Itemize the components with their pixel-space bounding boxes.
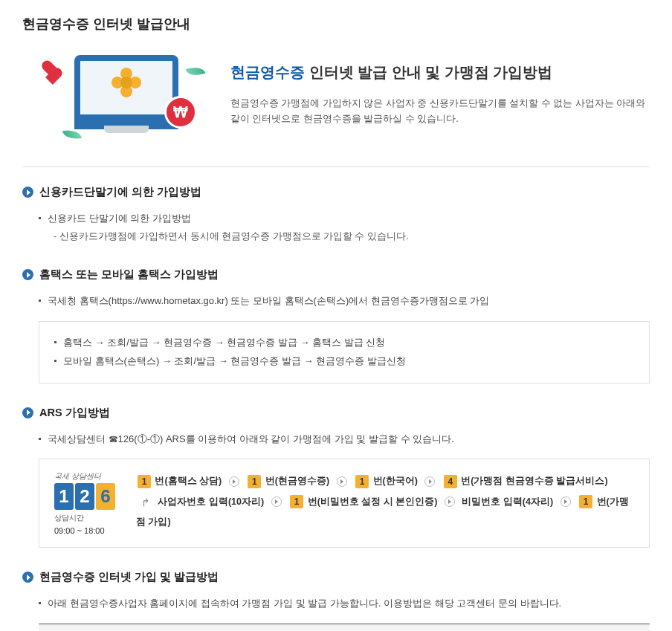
ars-digit: 2 [75,483,94,510]
step-arrow-icon [229,476,239,487]
step-arrow-icon [337,476,347,487]
section-heading: 신용카드단말기에 의한 가입방법 [22,185,650,199]
flower-icon [113,69,140,96]
page-title: 현금영수증 인터넷 발급안내 [22,15,650,33]
hero-illustration: ₩ [37,55,208,144]
section-heading: 현금영수증 인터넷 가입 및 발급방법 [22,570,650,584]
section-heading-text: 신용카드단말기에 의한 가입방법 [39,185,201,199]
section-heading-text: 현금영수증 인터넷 가입 및 발급방법 [39,570,219,584]
section-card-terminal: 신용카드단말기에 의한 가입방법 신용카드 단말기에 의한 가입방법 - 신용카… [22,185,650,245]
list-item: 아래 현금영수증사업자 홈페이지에 접속하여 가맹점 가입 및 발급 가능합니다… [39,595,650,613]
ars-brand-label: 국세 상담센터 [54,471,123,482]
step-text: 번(홈택스 상담) [155,476,222,486]
section-heading: ARS 가입방법 [22,406,650,420]
list-item: 신용카드 단말기에 의한 가입방법 - 신용카드가맹점에 가입하면서 동시에 현… [39,210,650,245]
monitor-icon [74,55,178,129]
step-text: 번(한국어) [373,476,418,486]
ars-hours: 09:00 ~ 18:00 [54,526,123,535]
ars-steps-flow: 1 번(홈택스 상담) 1 번(현금영수증) 1 번(한국어) 4 번(가맹점 … [136,471,634,533]
leaf-icon [62,128,82,141]
return-arrow-icon [139,496,152,507]
won-currency-icon: ₩ [164,96,197,129]
hero-title-emphasis: 현금영수증 [230,64,305,80]
ars-steps-box: 국세 상담센터 1 2 6 상담시간 09:00 ~ 18:00 1 번(홈택스… [39,459,650,548]
section-hometax: 홈택스 또는 모바일 홈택스 가입방법 국세청 홈택스(https://www.… [22,268,650,383]
step-arrow-icon [445,496,455,507]
heart-icon [46,61,65,79]
section-internet: 현금영수증 인터넷 가입 및 발급방법 아래 현금영수증사업자 홈페이지에 접속… [22,570,650,631]
hero-title-rest: 인터넷 발급 안내 및 가맹점 가입방법 [305,64,552,80]
section-heading: 홈택스 또는 모바일 홈택스 가입방법 [22,268,650,282]
providers-table: 상호 홈페이지 연락처 (주)토스페이먼츠taxadmin.tosspaymen… [39,624,650,631]
step-arrow-icon [424,476,435,487]
hero-description: 현금영수증 가맹점에 가입하지 않은 사업자 중 신용카드단말기를 설치할 수 … [230,96,650,128]
arrow-bullet-icon [22,572,33,583]
step-arrow-icon [271,496,282,507]
hero-title: 현금영수증 인터넷 발급 안내 및 가맹점 가입방법 [230,62,650,82]
section-ars: ARS 가입방법 국세상담센터 ☎126(①-①) ARS를 이용하여 아래와 … [22,406,650,549]
step-text: 번(현금영수증) [265,476,329,486]
leaf-icon [185,63,205,79]
step-text: 번(가맹점 현금영수증 발급서비스) [461,476,607,486]
step-text: 비밀번호 입력(4자리) [462,496,553,507]
step-number-badge: 1 [138,475,151,488]
table-header-name: 상호 [39,624,228,631]
list-item: 국세청 홈택스(https://www.hometax.go.kr) 또는 모바… [39,292,650,311]
section-heading-text: ARS 가입방법 [39,406,110,420]
arrow-bullet-icon [22,187,33,198]
step-number-badge: 1 [355,475,369,488]
section-heading-text: 홈택스 또는 모바일 홈택스 가입방법 [39,268,219,282]
arrow-bullet-icon [22,269,33,280]
table-header-contact: 연락처 [512,624,650,631]
arrow-bullet-icon [22,407,33,418]
ars-logo: 국세 상담센터 1 2 6 상담시간 09:00 ~ 18:00 [54,471,123,535]
step-text: 번(비밀번호 설정 시 본인인증) [308,496,438,507]
sub-list-item: - 신용카드가맹점에 가입하면서 동시에 현금영수증 가맹점으로 가입할 수 있… [48,228,650,246]
divider [22,166,650,167]
ars-digit: 1 [54,483,74,510]
list-item: 홈택스 → 조회/발급 → 현금영수증 → 현금영수증 발급 → 홈택스 발급 … [54,334,634,352]
info-box: 홈택스 → 조회/발급 → 현금영수증 → 현금영수증 발급 → 홈택스 발급 … [39,321,650,383]
step-text: 사업자번호 입력(10자리) [158,496,264,507]
table-header-homepage: 홈페이지 [228,624,511,631]
list-item: 국세상담센터 ☎126(①-①) ARS를 이용하여 아래와 같이 가맹점에 가… [39,430,650,449]
step-number-badge: 1 [248,475,261,488]
ars-phone-number: 1 2 6 [54,483,123,510]
hero-section: ₩ 현금영수증 인터넷 발급 안내 및 가맹점 가입방법 현금영수증 가맹점에 … [22,55,650,144]
list-item: 모바일 홈택스(손택스) → 조회/발급 → 현금영수증 발급 → 현금영수증 … [54,352,634,371]
step-number-badge: 4 [444,475,457,488]
step-number-badge: 1 [290,495,303,508]
step-number-badge: 1 [579,495,592,508]
ars-hours-label: 상담시간 [54,513,123,523]
step-arrow-icon [560,496,571,507]
ars-digit: 6 [96,483,115,510]
